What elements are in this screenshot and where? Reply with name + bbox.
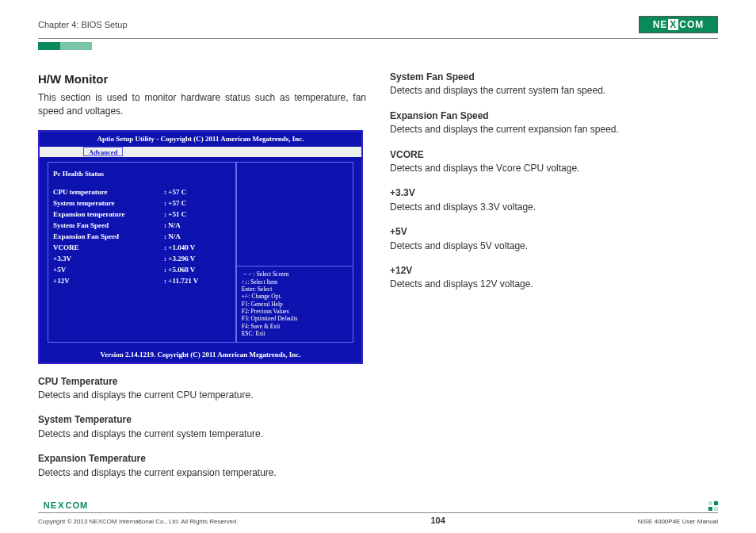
term-desc: Detects and displays the Vcore CPU volta… xyxy=(390,162,718,175)
right-column: System Fan Speed Detects and displays th… xyxy=(390,71,718,480)
term-heading: System Fan Speed xyxy=(390,71,718,84)
brand-logo: NE X COM xyxy=(639,16,718,33)
bios-body: Pc Health Status CPU temperature: +57 C … xyxy=(40,157,361,347)
bios-row: System Fan Speed: N/A xyxy=(53,220,231,231)
chapter-title: Chapter 4: BIOS Setup xyxy=(38,20,128,29)
page-header: Chapter 4: BIOS Setup NE X COM xyxy=(38,16,718,36)
term-desc: Detects and displays 12V voltage. xyxy=(390,278,718,291)
bios-help-line: F2: Previous Values xyxy=(242,308,348,315)
bios-row: +5V: +5.068 V xyxy=(53,265,231,275)
footer-logo: NEXCOM xyxy=(38,499,94,511)
term-heading: Expansion Temperature xyxy=(38,452,366,466)
bios-help-line: Enter: Select xyxy=(242,286,348,293)
bios-help-line: ↑↓: Select Item xyxy=(242,278,348,286)
logo-part-x: X xyxy=(668,19,678,30)
bios-row: CPU temperature: +57 C xyxy=(53,187,231,197)
term-desc: Detects and displays 5V voltage. xyxy=(390,240,718,253)
manual-name: NISE 4000P4E User Manual xyxy=(638,518,718,525)
footer-dots-icon xyxy=(708,501,718,511)
term-desc: Detects and displays the current expansi… xyxy=(390,123,718,136)
content-columns: H/W Monitor This section is used to moni… xyxy=(38,71,718,480)
bios-help: →←: Select Screen ↑↓: Select Item Enter:… xyxy=(237,266,353,341)
bios-help-line: →←: Select Screen xyxy=(242,270,348,278)
term-desc: Detects and displays 3.3V voltage. xyxy=(390,201,718,214)
copyright-text: Copyright © 2013 NEXCOM International Co… xyxy=(38,518,239,525)
bios-footer: Version 2.14.1219. Copyright (C) 2011 Am… xyxy=(40,347,361,362)
term-desc: Detects and displays the current CPU tem… xyxy=(38,389,366,402)
bios-left-pane: Pc Health Status CPU temperature: +57 C … xyxy=(48,162,236,343)
bios-help-line: F3: Optimized Defaults xyxy=(242,315,348,322)
bios-title: Aptio Setup Utility - Copyright (C) 2011… xyxy=(40,132,361,147)
footer-divider xyxy=(38,512,718,513)
bios-row: Expansion Fan Speed: N/A xyxy=(53,232,231,242)
bios-help-line: F4: Save & Exit xyxy=(242,323,348,330)
bios-help-line: +/-: Change Opt. xyxy=(242,293,348,300)
bios-tab-advanced: Advanced xyxy=(83,147,123,156)
term-heading: Expansion Fan Speed xyxy=(390,109,718,123)
bios-screenshot: Aptio Setup Utility - Copyright (C) 2011… xyxy=(38,130,363,364)
page-number: 104 xyxy=(430,516,445,525)
header-divider xyxy=(38,38,718,39)
term-desc: Detects and displays the current system … xyxy=(390,84,718,98)
section-title: H/W Monitor xyxy=(38,71,366,88)
bios-row: System temperature: +57 C xyxy=(53,198,231,209)
term-desc: Detects and displays the current system … xyxy=(38,428,366,441)
term-heading: CPU Temperature xyxy=(38,375,366,389)
logo-part-b: COM xyxy=(679,19,704,30)
section-intro: This section is used to monitor hardware… xyxy=(38,91,366,119)
bios-help-line: ESC: Exit xyxy=(242,330,348,337)
bios-tab-bar: Advanced xyxy=(40,147,361,157)
term-heading: +5V xyxy=(390,225,718,239)
term-heading: System Temperature xyxy=(38,413,366,427)
bios-row: Expansion temperature: +51 C xyxy=(53,209,231,220)
page-footer: NEXCOM Copyright © 2013 NEXCOM Internati… xyxy=(0,499,756,525)
term-heading: +3.3V xyxy=(390,186,718,200)
left-column: H/W Monitor This section is used to moni… xyxy=(38,71,366,480)
term-heading: +12V xyxy=(390,264,718,278)
bios-help-line: F1: General Help xyxy=(242,301,348,308)
bios-help-top xyxy=(237,163,353,267)
bios-row: VCORE: +1.040 V xyxy=(53,243,231,253)
bios-row: +12V: +11.721 V xyxy=(53,276,231,286)
bios-row: +3.3V: +3.296 V xyxy=(53,254,231,264)
bios-right-pane: →←: Select Screen ↑↓: Select Item Enter:… xyxy=(236,162,353,343)
term-desc: Detects and displays the current expansi… xyxy=(38,466,366,480)
bios-section-header: Pc Health Status xyxy=(53,169,231,179)
header-accent xyxy=(38,42,718,50)
logo-part-a: NE xyxy=(653,19,668,30)
term-heading: VCORE xyxy=(390,148,718,162)
